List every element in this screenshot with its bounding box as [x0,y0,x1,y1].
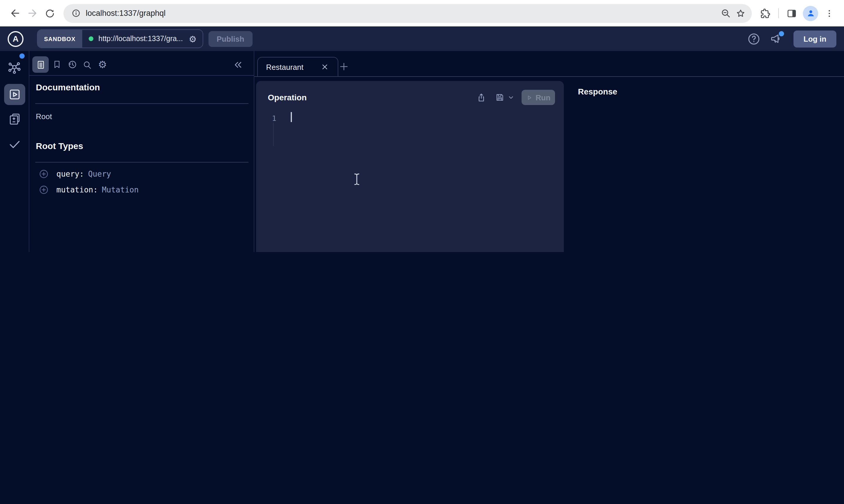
app-window: localhost:1337/graphql A [0,0,844,252]
zoom-out-icon[interactable] [718,5,733,21]
operation-title: Operation [268,93,307,102]
environment-label: SANDBOX [44,36,75,42]
explorer-nav-active[interactable] [4,84,25,105]
tab-restaurant[interactable]: Restaurant [257,57,338,76]
environment-badge: SANDBOX [38,30,82,48]
extensions-icon[interactable] [757,4,774,22]
browser-menu-icon[interactable] [821,4,838,22]
connection-status-dot [88,36,93,41]
history-icon[interactable] [65,57,79,72]
toolbar-divider [778,8,779,18]
panel-divider [29,75,254,76]
root-types-title: Root Types [36,141,83,151]
tab-label: Restaurant [266,62,303,71]
endpoint-url[interactable]: http://localhost:1337/gra... [93,35,188,43]
schema-graph-icon[interactable] [7,60,22,75]
reload-icon[interactable] [41,4,59,22]
bookmarks-icon[interactable] [49,57,64,72]
section-divider [35,162,248,163]
explorer-settings-icon[interactable]: ⚙ [95,57,110,72]
mutation-type-link[interactable]: Mutation [102,185,139,194]
documentation-title: Documentation [36,82,100,92]
add-mutation-icon[interactable] [39,184,49,195]
add-query-icon[interactable] [39,169,49,179]
root-type-query-row[interactable]: query: Query [39,167,111,181]
editor-gutter-line [273,123,274,146]
announcements-notification-dot [779,31,784,36]
run-button[interactable]: Run [521,90,555,105]
query-type-link[interactable]: Query [88,169,111,178]
documentation-tab-active[interactable] [32,56,49,73]
tabbar-border [254,76,844,77]
search-icon[interactable] [80,57,94,72]
login-button[interactable]: Log in [793,30,837,47]
new-tab-icon[interactable] [337,59,351,73]
gear-glyph: ⚙ [98,59,107,70]
operation-header: Operation Run [256,81,564,105]
workspace: Restaurant Operation [254,51,844,252]
root-type-mutation-row[interactable]: mutation: Mutation [39,182,139,197]
login-label: Log in [804,34,826,43]
save-operation-icon[interactable] [493,90,507,105]
checks-icon[interactable] [7,137,22,152]
mutation-field-name: mutation: [56,185,98,194]
editor-caret [291,112,292,122]
query-field-name: query: [56,169,84,178]
apollo-logo[interactable]: A [7,31,23,47]
side-panel-icon[interactable] [783,4,800,22]
section-divider [35,103,248,104]
url-bar[interactable]: localhost:1337/graphql [64,4,752,23]
share-operation-icon[interactable] [474,90,488,105]
announcements-icon[interactable] [768,31,784,47]
site-info-icon[interactable] [68,5,83,21]
changelog-icon[interactable] [7,111,22,127]
save-menu-chevron-icon[interactable] [507,90,515,105]
help-icon[interactable] [745,31,762,47]
run-label: Run [536,93,551,102]
left-rail [0,51,29,252]
doc-root-link[interactable]: Root [36,112,52,121]
collapse-panel-icon[interactable] [230,57,245,72]
back-icon[interactable] [6,4,23,22]
browser-toolbar: localhost:1337/graphql [0,0,844,26]
publish-button[interactable]: Publish [208,31,253,47]
operation-actions: Run [469,90,555,105]
operation-panel: Operation Run [256,81,564,252]
editor-line-number: 1 [272,114,276,123]
apollo-logo-letter: A [13,34,18,43]
profile-avatar[interactable] [803,5,818,21]
forward-icon[interactable] [23,4,41,22]
main-area: ⚙ Documentation Root Root Types query: Q… [0,51,844,252]
documentation-toolbar: ⚙ [32,56,245,73]
app-header: A SANDBOX http://localhost:1337/gra... ⚙… [0,26,844,51]
endpoint-settings-icon[interactable]: ⚙ [188,34,203,43]
endpoint-pill: SANDBOX http://localhost:1337/gra... ⚙ [37,29,203,48]
documentation-panel: ⚙ Documentation Root Root Types query: Q… [29,51,254,252]
bookmark-star-icon[interactable] [733,5,748,21]
schema-notification-dot [19,53,25,59]
publish-label: Publish [217,34,244,43]
play-icon [526,94,533,101]
close-tab-icon[interactable] [320,62,329,72]
mouse-ibeam-cursor [354,173,360,185]
url-text[interactable]: localhost:1337/graphql [86,9,166,18]
response-title: Response [578,87,617,96]
